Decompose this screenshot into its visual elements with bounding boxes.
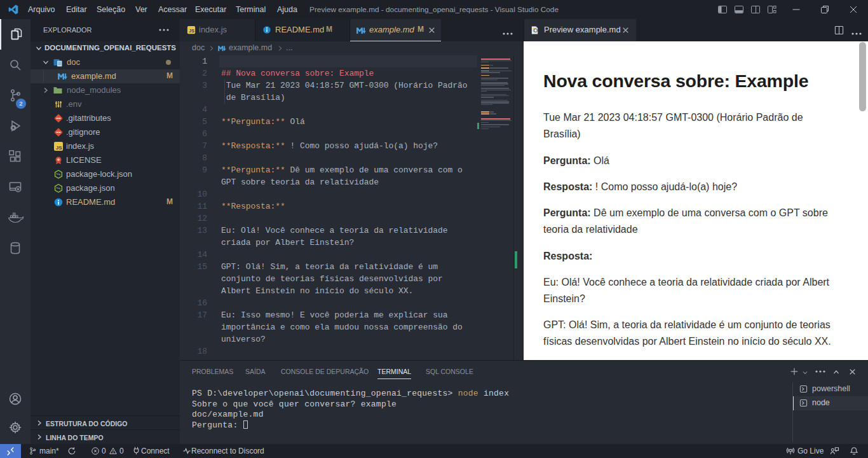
svg-text:JS: JS (56, 145, 62, 151)
svg-text:JS: JS (189, 29, 194, 33)
